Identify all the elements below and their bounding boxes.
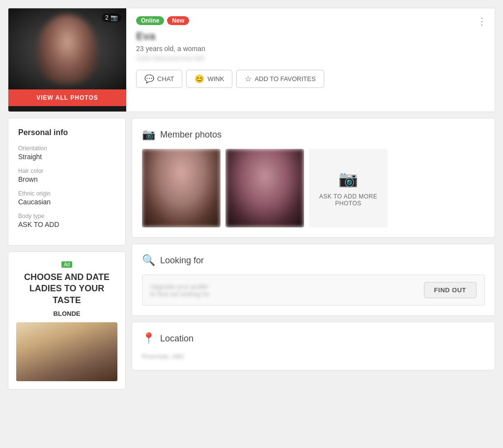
ad-image	[16, 322, 117, 381]
action-buttons: 💬 CHAT 😊 WINK ☆ ADD TO FAVORITES	[136, 70, 485, 88]
photo-thumb-2[interactable]	[225, 149, 304, 227]
face-blur	[38, 15, 97, 84]
blurred-line1: Upgrade your profile	[150, 283, 208, 290]
body-type-row: Body type ASK TO ADD	[18, 213, 115, 228]
search-section-icon: 🔍	[142, 254, 155, 267]
body-type-label: Body type	[18, 213, 115, 220]
sidebar: Personal info Orientation Straight Hair …	[8, 118, 126, 390]
member-photos-header: 📷 Member photos	[142, 128, 485, 141]
profile-location: 1234 Obscured Ave NW	[136, 55, 485, 62]
personal-info-box: Personal info Orientation Straight Hair …	[8, 118, 126, 246]
profile-age: 23 years old, a woman	[136, 45, 485, 53]
orientation-value: Straight	[18, 153, 115, 161]
status-badges: Online New	[136, 16, 485, 25]
photo-thumb-1[interactable]	[142, 149, 221, 227]
wink-label: WINK	[207, 75, 224, 83]
profile-card: 2 📷 VIEW ALL PHOTOS Online New Eva 23 ye…	[8, 8, 495, 112]
location-section-icon: 📍	[142, 332, 155, 345]
ad-box: Ad CHOOSE AND DATE LADIES TO YOUR TASTE …	[8, 252, 126, 390]
photo-count: 2	[105, 14, 109, 21]
hair-color-row: Hair color Brown	[18, 168, 115, 183]
add-to-favorites-button[interactable]: ☆ ADD TO FAVORITES	[236, 70, 324, 88]
personal-info-title: Personal info	[18, 128, 115, 137]
profile-name: Eva	[136, 30, 485, 43]
more-options-button[interactable]: ⋮	[477, 16, 487, 26]
new-badge: New	[167, 16, 189, 25]
ask-more-camera-icon: 📷	[338, 169, 358, 188]
find-out-button[interactable]: FIND OUT	[424, 282, 476, 298]
looking-for-section: 🔍 Looking for Upgrade your profile to fi…	[132, 244, 495, 316]
ask-more-photos-button[interactable]: 📷 ASK TO ADD MORE PHOTOS	[309, 149, 388, 227]
ad-label: Ad	[61, 261, 72, 268]
photo-count-badge: 2 📷	[102, 13, 121, 22]
find-out-blurred-text: Upgrade your profile to find out looking…	[150, 283, 424, 298]
location-title: Location	[160, 334, 194, 344]
camera-icon: 📷	[111, 14, 118, 21]
star-icon: ☆	[245, 74, 252, 84]
view-all-photos-button[interactable]: VIEW ALL PHOTOS	[8, 89, 126, 106]
location-blurred-text: Riverside, ABC	[142, 353, 485, 360]
photo-section: 2 📷 VIEW ALL PHOTOS	[8, 8, 126, 112]
add-to-favorites-label: ADD TO FAVORITES	[254, 75, 315, 83]
find-out-row: Upgrade your profile to find out looking…	[142, 275, 485, 306]
blurred-line2: to find out looking for	[150, 290, 210, 298]
ad-image-inner	[16, 322, 117, 381]
ad-title: CHOOSE AND DATE LADIES TO YOUR TASTE	[16, 272, 117, 306]
right-content: 📷 Member photos 📷 ASK TO ADD MORE PHOTOS…	[132, 118, 495, 390]
photo-thumb-1-image	[142, 149, 221, 227]
hair-color-value: Brown	[18, 175, 115, 183]
profile-info: Online New Eva 23 years old, a woman 123…	[126, 8, 495, 112]
member-photos-section: 📷 Member photos 📷 ASK TO ADD MORE PHOTOS	[132, 118, 495, 238]
looking-for-header: 🔍 Looking for	[142, 254, 485, 267]
location-header: 📍 Location	[142, 332, 485, 345]
chat-icon: 💬	[144, 74, 154, 84]
photo-thumb-2-image	[225, 149, 304, 227]
chat-label: CHAT	[157, 75, 174, 83]
body-type-value: ASK TO ADD	[18, 221, 115, 228]
wink-icon: 😊	[195, 74, 204, 84]
orientation-row: Orientation Straight	[18, 145, 115, 161]
camera-section-icon: 📷	[142, 128, 155, 141]
online-badge: Online	[136, 16, 164, 25]
hair-color-label: Hair color	[18, 168, 115, 174]
looking-for-title: Looking for	[160, 255, 204, 266]
ask-more-text: ASK TO ADD MORE PHOTOS	[309, 193, 388, 207]
ethnic-origin-row: Ethnic origin Caucasian	[18, 190, 115, 206]
main-content: Personal info Orientation Straight Hair …	[8, 118, 495, 390]
chat-button[interactable]: 💬 CHAT	[136, 70, 182, 88]
location-section: 📍 Location Riverside, ABC	[132, 322, 495, 370]
wink-button[interactable]: 😊 WINK	[186, 70, 232, 88]
ethnic-origin-value: Caucasian	[18, 198, 115, 206]
ethnic-origin-label: Ethnic origin	[18, 190, 115, 197]
orientation-label: Orientation	[18, 145, 115, 152]
member-photos-title: Member photos	[160, 130, 222, 140]
photos-grid: 📷 ASK TO ADD MORE PHOTOS	[142, 149, 485, 227]
ad-subtitle: BLONDE	[16, 310, 117, 317]
